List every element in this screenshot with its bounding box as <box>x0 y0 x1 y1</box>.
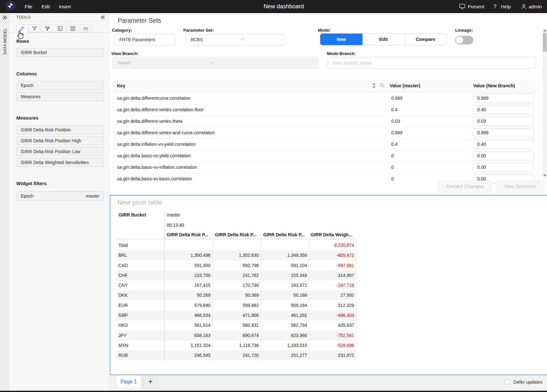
svg-text:{x}: {x} <box>83 27 88 30</box>
